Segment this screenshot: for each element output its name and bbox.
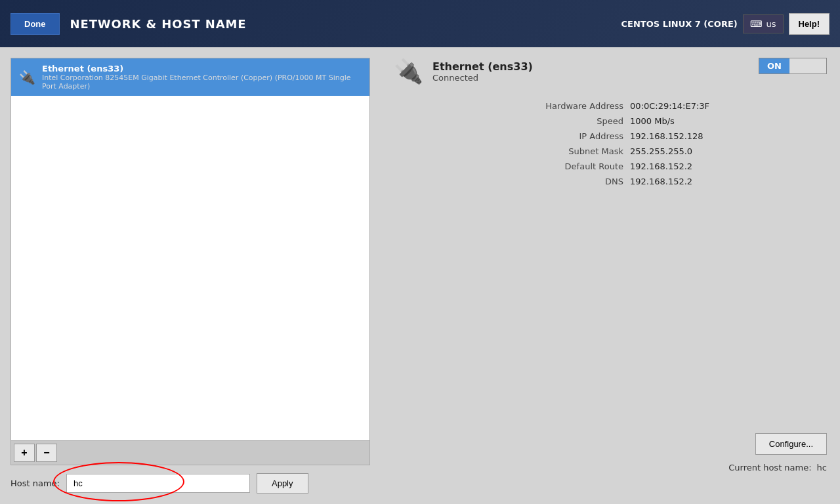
hardware-address-row: Hardware Address 00:0C:29:14:E7:3F (407, 98, 840, 114)
hostname-label: Host name: (10, 478, 60, 488)
network-item-name: Ethernet (ens33) (42, 64, 362, 74)
default-route-row: Default Route 192.168.152.2 (407, 159, 840, 174)
speed-label: Speed (407, 114, 630, 129)
network-list: 🔌 Ethernet (ens33) Intel Corporation 825… (10, 58, 370, 465)
right-footer: Configure... Current host name: hc (394, 433, 827, 494)
os-label: CENTOS LINUX 7 (CORE) (621, 19, 738, 29)
hostname-input-wrapper (66, 474, 250, 493)
ip-address-value: 192.168.152.128 (630, 129, 840, 144)
nic-detail-header: 🔌 Ethernet (ens33) Connected ON (394, 58, 827, 85)
hostname-row: Host name: Apply (10, 465, 370, 504)
nic-name: Ethernet (ens33) (432, 60, 533, 73)
remove-network-button[interactable]: − (36, 444, 57, 462)
default-route-label: Default Route (407, 159, 630, 174)
list-controls: + − (11, 440, 369, 465)
nic-icon: 🔌 (394, 58, 423, 85)
hardware-address-value: 00:0C:29:14:E7:3F (630, 98, 840, 114)
speed-row: Speed 1000 Mb/s (407, 114, 840, 129)
done-button[interactable]: Done (10, 13, 60, 35)
add-network-button[interactable]: + (14, 444, 35, 462)
configure-button[interactable]: Configure... (755, 433, 827, 455)
subnet-mask-row: Subnet Mask 255.255.255.0 (407, 144, 840, 159)
hostname-input[interactable] (66, 474, 250, 493)
keyboard-selector[interactable]: ⌨ us (743, 14, 784, 33)
network-item-description: Intel Corporation 82545EM Gigabit Ethern… (42, 74, 362, 91)
current-hostname-row: Current host name: hc (728, 463, 827, 483)
nic-details: Hardware Address 00:0C:29:14:E7:3F Speed… (407, 98, 840, 189)
subnet-mask-label: Subnet Mask (407, 144, 630, 159)
nic-status: Connected (432, 73, 533, 83)
toggle-off-label (789, 58, 826, 74)
main: 🔌 Ethernet (ens33) Intel Corporation 825… (0, 47, 840, 504)
nic-title-area: 🔌 Ethernet (ens33) Connected (394, 58, 533, 85)
apply-button[interactable]: Apply (257, 473, 308, 494)
page-title: NETWORK & HOST NAME (70, 17, 247, 31)
network-list-body (11, 96, 369, 440)
subnet-mask-value: 255.255.255.0 (630, 144, 840, 159)
toggle-switch[interactable]: ON (759, 58, 827, 74)
default-route-value: 192.168.152.2 (630, 159, 840, 174)
toggle-on-label: ON (759, 58, 789, 74)
keyboard-icon: ⌨ (750, 19, 763, 29)
ethernet-icon: 🔌 (19, 70, 35, 85)
header: Done NETWORK & HOST NAME CENTOS LINUX 7 … (0, 0, 840, 47)
keyboard-locale: us (766, 19, 776, 29)
header-left: Done NETWORK & HOST NAME (10, 13, 247, 35)
current-hostname-label: Current host name: (728, 463, 811, 472)
ip-address-row: IP Address 192.168.152.128 (407, 129, 840, 144)
dns-label: DNS (407, 174, 630, 189)
dns-row: DNS 192.168.152.2 (407, 174, 840, 189)
hardware-address-label: Hardware Address (407, 98, 630, 114)
network-item[interactable]: 🔌 Ethernet (ens33) Intel Corporation 825… (11, 58, 369, 96)
ip-address-label: IP Address (407, 129, 630, 144)
right-panel: 🔌 Ethernet (ens33) Connected ON Hardware… (381, 47, 840, 504)
speed-value: 1000 Mb/s (630, 114, 840, 129)
help-button[interactable]: Help! (789, 13, 830, 35)
current-hostname-value: hc (817, 463, 827, 472)
left-panel: 🔌 Ethernet (ens33) Intel Corporation 825… (0, 47, 381, 504)
header-right: CENTOS LINUX 7 (CORE) ⌨ us Help! (621, 13, 830, 35)
dns-value: 192.168.152.2 (630, 174, 840, 189)
